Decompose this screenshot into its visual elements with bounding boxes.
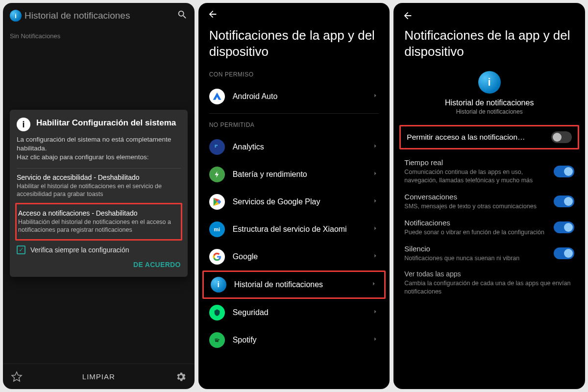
category-desc: Puede sonar o vibrar en función de la co… bbox=[404, 228, 547, 237]
notifications-toggle[interactable] bbox=[554, 221, 574, 233]
notification-history-icon: i bbox=[211, 277, 226, 293]
app-identity: i Historial de notificaciones Historial … bbox=[393, 68, 585, 122]
app-large-icon: i bbox=[478, 71, 501, 94]
app-row-battery[interactable]: Batería y rendimiento bbox=[198, 161, 390, 188]
category-title: Tiempo real bbox=[404, 158, 547, 167]
notification-access-item[interactable]: Acceso a notificaciones - Deshabilitado … bbox=[15, 203, 182, 241]
app-label: Android Auto bbox=[233, 92, 365, 101]
app-label: Seguridad bbox=[233, 308, 365, 317]
permission-label: Permitir acceso a las notificacion… bbox=[407, 133, 545, 142]
silent-toggle[interactable] bbox=[554, 247, 574, 259]
app-title: Historial de notificaciones bbox=[24, 10, 177, 21]
empty-state-text: Sin Notificaciones bbox=[3, 28, 195, 44]
search-icon[interactable] bbox=[177, 9, 188, 22]
dialog-ok-button[interactable]: DE ACUERDO bbox=[17, 257, 181, 272]
bottom-toolbar: LIMPIAR bbox=[3, 364, 195, 389]
app-label: Servicios de Google Play bbox=[233, 197, 365, 206]
play-services-icon bbox=[209, 194, 225, 210]
section-allowed: CON PERMISO bbox=[198, 68, 390, 83]
category-silent: Silencio Notificaciones que nunca suenan… bbox=[393, 240, 585, 266]
google-icon bbox=[209, 249, 225, 265]
app-row-google-play-services[interactable]: Servicios de Google Play bbox=[198, 188, 390, 216]
chevron-right-icon bbox=[370, 280, 377, 289]
screen-app-notification-permission: Notificaciones de la app y del dispositi… bbox=[393, 3, 585, 389]
page-title: Notificaciones de la app y del dispositi… bbox=[393, 25, 585, 68]
svg-rect-0 bbox=[214, 144, 220, 150]
chevron-right-icon bbox=[372, 92, 379, 101]
chevron-right-icon bbox=[372, 308, 379, 317]
permission-toggle[interactable] bbox=[551, 131, 572, 143]
app-label: Google bbox=[233, 252, 365, 261]
app-header: i Historial de notificaciones bbox=[3, 3, 195, 28]
app-row-security[interactable]: Seguridad bbox=[198, 299, 390, 326]
app-label: Spotify bbox=[233, 336, 365, 344]
enable-settings-dialog: i Habilitar Configuración del sistema La… bbox=[10, 110, 188, 277]
category-title: Notificaciones bbox=[404, 219, 547, 227]
app-logo-icon: i bbox=[10, 10, 22, 22]
conversations-toggle[interactable] bbox=[554, 196, 574, 207]
accessibility-service-item[interactable]: Servicio de accesibilidad - Deshabilitad… bbox=[17, 168, 181, 203]
item-title: Servicio de accesibilidad - Deshabilitad… bbox=[17, 173, 181, 181]
always-verify-checkbox-row[interactable]: ✓ Verifica siempre la configuración bbox=[17, 241, 181, 257]
divider bbox=[209, 113, 379, 114]
info-icon: i bbox=[17, 118, 30, 131]
app-row-spotify[interactable]: Spotify bbox=[198, 326, 390, 354]
analytics-icon bbox=[209, 139, 225, 155]
chevron-right-icon bbox=[372, 143, 379, 151]
category-desc: Comunicación continua de las apps en uso… bbox=[404, 168, 547, 185]
xiaomi-icon: mi bbox=[209, 221, 225, 237]
category-realtime: Tiempo real Comunicación continua de las… bbox=[393, 153, 585, 188]
chevron-right-icon bbox=[372, 170, 379, 179]
app-label: Analytics bbox=[233, 143, 365, 151]
dialog-title: Habilitar Configuración del sistema bbox=[36, 118, 176, 131]
screen-notification-history-app: i Historial de notificaciones Sin Notifi… bbox=[3, 3, 195, 389]
checkbox-label: Verifica siempre la configuración bbox=[30, 246, 129, 254]
category-notifications: Notificaciones Puede sonar o vibrar en f… bbox=[393, 214, 585, 240]
chevron-right-icon bbox=[372, 252, 379, 261]
item-desc: Habilitar el historial de notificaciones… bbox=[17, 182, 181, 198]
security-icon bbox=[209, 305, 225, 320]
spotify-icon bbox=[209, 332, 225, 348]
section-denied: NO PERMITIDA bbox=[198, 119, 390, 133]
chevron-right-icon bbox=[372, 336, 379, 344]
app-label: Estructura del servicio de Xiaomi bbox=[233, 225, 365, 234]
app-label: Batería y rendimiento bbox=[233, 170, 365, 179]
app-name: Historial de notificaciones bbox=[445, 98, 534, 107]
chevron-right-icon bbox=[372, 197, 379, 206]
item-desc: Habilitación del historial de notificaci… bbox=[18, 218, 179, 234]
see-all-desc: Cambia la configuración de cada una de l… bbox=[404, 279, 574, 296]
chevron-right-icon bbox=[372, 225, 379, 234]
gear-icon[interactable] bbox=[175, 371, 187, 383]
app-row-google[interactable]: Google bbox=[198, 243, 390, 270]
clear-button[interactable]: LIMPIAR bbox=[23, 372, 175, 381]
realtime-toggle[interactable] bbox=[554, 166, 574, 177]
star-icon[interactable] bbox=[11, 371, 23, 383]
see-all-apps-row[interactable]: Ver todas las apps Cambia la configuraci… bbox=[393, 265, 585, 299]
item-title: Acceso a notificaciones - Deshabilitado bbox=[18, 209, 179, 217]
screen-notification-access-list: Notificaciones de la app y del dispositi… bbox=[198, 3, 390, 389]
category-desc: SMS, mensajes de texto y otras comunicac… bbox=[404, 202, 547, 211]
checkbox-icon: ✓ bbox=[17, 245, 25, 254]
category-conversations: Conversaciones SMS, mensajes de texto y … bbox=[393, 188, 585, 214]
category-desc: Notificaciones que nunca suenan ni vibra… bbox=[404, 254, 547, 263]
back-button[interactable] bbox=[393, 3, 585, 25]
category-title: Conversaciones bbox=[404, 193, 547, 201]
allow-notification-access-row[interactable]: Permitir acceso a las notificacion… bbox=[399, 125, 579, 149]
app-row-xiaomi-service[interactable]: mi Estructura del servicio de Xiaomi bbox=[198, 216, 390, 243]
see-all-title: Ver todas las apps bbox=[404, 270, 574, 278]
dialog-body: La configuración del sistema no está com… bbox=[17, 135, 181, 162]
app-label: Historial de notificaciones bbox=[234, 280, 363, 289]
app-subtitle: Historial de notificaciones bbox=[456, 108, 523, 115]
app-row-notification-history[interactable]: i Historial de notificaciones bbox=[202, 270, 386, 299]
back-button[interactable] bbox=[198, 3, 390, 25]
android-auto-icon bbox=[209, 89, 225, 104]
battery-icon bbox=[209, 167, 225, 182]
category-title: Silencio bbox=[404, 245, 547, 253]
app-row-analytics[interactable]: Analytics bbox=[198, 133, 390, 161]
app-row-android-auto[interactable]: Android Auto bbox=[198, 83, 390, 110]
page-title: Notificaciones de la app y del dispositi… bbox=[198, 25, 390, 68]
